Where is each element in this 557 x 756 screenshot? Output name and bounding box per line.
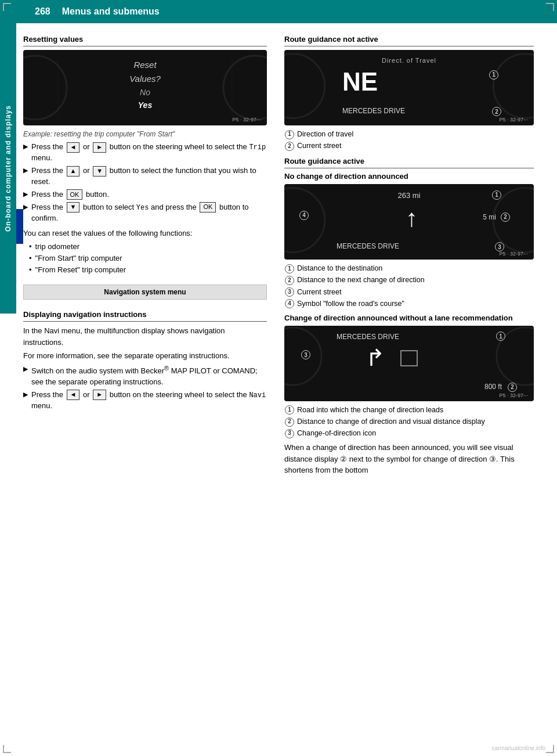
caption-ne-2: 2 Current street	[284, 141, 534, 151]
disp-step-2: ▶ Press the ◄ or ► button on the steerin…	[23, 390, 267, 412]
arrow-icon-1: ▶	[23, 142, 28, 152]
p5-label-ne: P5 · 32-97-··	[499, 117, 528, 123]
num1-change: 1	[495, 332, 506, 341]
resetting-title: Resetting values	[23, 35, 267, 44]
caption-change-3-text: Change-of-direction icon	[297, 428, 376, 438]
caption-ne-1: 1 Direction of travel	[284, 129, 534, 139]
num4-active: 4	[299, 210, 309, 220]
reset-text: Reset Values? No Yes	[129, 58, 161, 112]
num2-ne: 2	[491, 106, 502, 116]
active-title: Route guidance active	[284, 157, 534, 165]
header-title: Menus and submenus	[62, 6, 160, 17]
svg-point-4	[284, 54, 325, 118]
right-btn-2[interactable]: ►	[93, 390, 106, 400]
cnum-c3: 3	[284, 428, 295, 438]
arrow-icon-disp-2: ▶	[23, 390, 28, 399]
caption-ne-1-text: Direction of travel	[297, 129, 353, 139]
chapter-marker	[16, 209, 23, 244]
direction-image: Direct. of Travel NE 1 MERCEDES DRIVE 2 …	[284, 50, 534, 125]
reset-caption: Example: resetting the trip computer "Fr…	[23, 129, 267, 139]
cnum-a2: 2	[284, 275, 295, 285]
dot-1: •	[29, 242, 32, 252]
dist-263: 263 mi	[397, 191, 420, 200]
caption-change-2-text: Distance to change of direction and visu…	[297, 416, 485, 427]
bullet-1: • trip odometer	[29, 242, 267, 252]
cnum-c2: 2	[284, 416, 295, 427]
num3-change: 3	[301, 350, 311, 360]
mercedes-drive-active: MERCEDES DRIVE	[337, 242, 399, 250]
caption-active-2: 2 Distance to the next change of directi…	[284, 275, 534, 285]
arrow-icon-2: ▶	[23, 166, 28, 175]
corner-mark-bl	[3, 745, 11, 753]
caption-change-3: 3 Change-of-direction icon	[284, 428, 534, 438]
step-3-text: Press the OK button.	[31, 189, 109, 200]
displaying-para1: In the Navi menu, the multifunction disp…	[23, 325, 267, 348]
disp-step-2-text: Press the ◄ or ► button on the steering …	[31, 390, 267, 412]
down-btn-2[interactable]: ▼	[67, 202, 80, 213]
reset-image: Reset Values? No Yes P5 · 32-97-··	[23, 50, 267, 125]
corner-mark-tl	[3, 3, 11, 11]
change-captions: 1 Road into which the change of directio…	[284, 405, 534, 438]
reset-line2: Values?	[129, 72, 161, 86]
ok-btn-2[interactable]: OK	[200, 202, 216, 213]
p5-label-change: P5 · 32-97-··	[499, 393, 528, 398]
arrow-icon-disp-1: ▶	[23, 365, 28, 374]
ok-btn-1[interactable]: OK	[67, 189, 83, 200]
up-btn-1[interactable]: ▲	[67, 166, 80, 177]
num3-active: 3	[494, 242, 505, 252]
mercedes-drive-ne: MERCEDES DRIVE	[342, 107, 405, 115]
svg-point-6	[284, 188, 325, 253]
bullet-2-text: "From Start" trip computer	[35, 253, 122, 264]
main-content: Resetting values Reset Values? No Yes P5…	[23, 29, 557, 478]
corner-mark-tr	[546, 3, 554, 11]
caption-change-1: 1 Road into which the change of directio…	[284, 405, 534, 415]
bullet-3-text: "From Reset" trip computer	[35, 265, 126, 275]
num1-active: 1	[491, 190, 502, 200]
step-2: ▶ Press the ▲ or ▼ button to select the …	[23, 165, 267, 188]
dist-5mi: 5 mi	[483, 213, 496, 221]
reset-intro: You can reset the values of the followin…	[23, 228, 267, 239]
p5-label-active: P5 · 32-97-··	[499, 251, 528, 257]
left-btn-1[interactable]: ◄	[67, 142, 80, 153]
num1-ne: 1	[489, 70, 499, 80]
step-4-text: Press the ▼ button to select Yes and pre…	[31, 202, 267, 224]
ne-captions: 1 Direction of travel 2 Current street	[284, 129, 534, 151]
cnum-ne-2: 2	[284, 141, 295, 151]
arrow-icon-4: ▶	[23, 203, 28, 212]
change-subtitle: Change of direction announced without a …	[284, 314, 534, 322]
up-arrow-nav: ↑	[406, 204, 418, 232]
disp-step-1: ▶ Switch on the audio system with Becker…	[23, 364, 267, 388]
bullet-1-text: trip odometer	[35, 242, 80, 252]
reset-line3: No	[129, 86, 161, 99]
nav-system-box: Navigation system menu	[23, 285, 267, 300]
step-1: ▶ Press the ◄ or ► button on the steerin…	[23, 142, 267, 164]
caption-active-4: 4 Symbol "follow the road's course"	[284, 298, 534, 309]
caption-change-1-text: Road into which the change of direction …	[297, 405, 443, 415]
dir-travel-label: Direct. of Travel	[382, 57, 436, 64]
side-tab: On-board computer and displays	[0, 23, 16, 314]
disp-step-1-text: Switch on the audio system with Becker® …	[31, 364, 267, 388]
displaying-title: Displaying navigation instructions	[23, 310, 267, 319]
change-image: MERCEDES DRIVE 1 ↱ 800 ft 2 3 P5 · 32-97…	[284, 326, 534, 401]
step-4: ▶ Press the ▼ button to select Yes and p…	[23, 202, 267, 224]
corner-mark-br	[546, 745, 554, 753]
right-btn-1[interactable]: ►	[93, 142, 106, 153]
side-tab-label: On-board computer and displays	[4, 105, 12, 232]
caption-active-1: 1 Distance to the destination	[284, 263, 534, 273]
caption-ne-2-text: Current street	[297, 141, 341, 151]
cnum-c1: 1	[284, 405, 295, 415]
down-btn-1[interactable]: ▼	[93, 166, 106, 177]
dot-3: •	[29, 265, 32, 275]
step-1-text: Press the ◄ or ► button on the steering …	[31, 142, 267, 164]
left-btn-2[interactable]: ◄	[67, 390, 80, 400]
displaying-para2: For more information, see the separate o…	[23, 350, 267, 362]
right-column: Route guidance not active Direct. of Tra…	[273, 29, 534, 478]
watermark: carmanualonline.info	[492, 745, 545, 751]
arrow-icon-3: ▶	[23, 190, 28, 199]
cnum-a1: 1	[284, 263, 295, 273]
caption-active-2-text: Distance to the next change of direction	[297, 275, 425, 285]
num2-change: 2	[507, 382, 518, 392]
not-active-title: Route guidance not active	[284, 35, 534, 44]
num2-active: 2	[500, 212, 511, 222]
reset-line4: Yes	[129, 99, 161, 111]
